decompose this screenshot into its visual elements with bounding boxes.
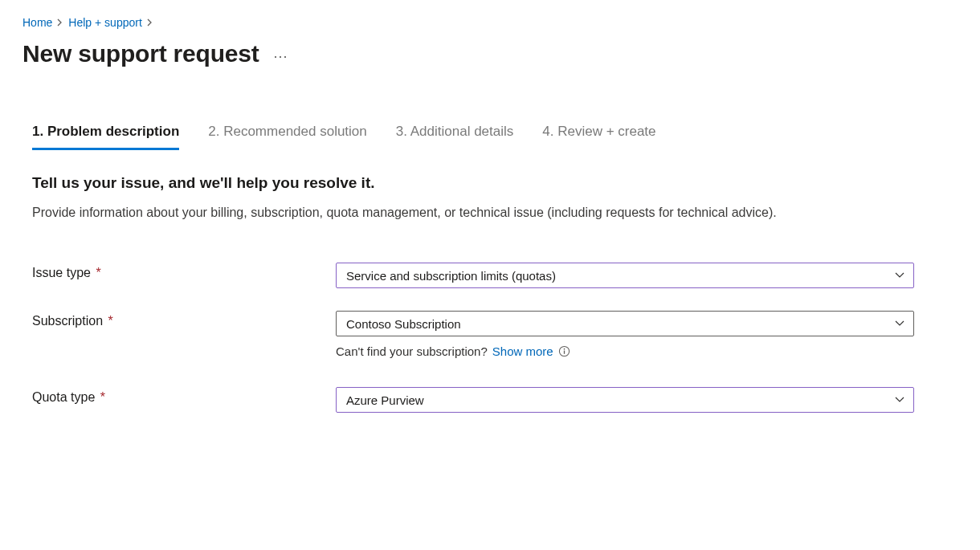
hint-text: Can't find your subscription? [336, 344, 488, 358]
required-asterisk: * [92, 266, 101, 279]
page-title: New support request [22, 40, 259, 67]
issue-type-select[interactable]: Service and subscription limits (quotas) [336, 263, 914, 288]
tab-problem-description[interactable]: 1. Problem description [32, 124, 179, 150]
chevron-down-icon [894, 271, 905, 279]
issue-type-value: Service and subscription limits (quotas) [346, 269, 556, 283]
chevron-right-icon [147, 18, 153, 26]
subscription-hint: Can't find your subscription? Show more [336, 344, 958, 358]
breadcrumb-home[interactable]: Home [22, 16, 52, 29]
required-asterisk: * [104, 314, 113, 328]
chevron-right-icon [57, 18, 63, 26]
info-icon[interactable] [558, 345, 570, 357]
issue-type-label: Issue type * [32, 263, 336, 280]
breadcrumb: Home Help + support [22, 16, 958, 29]
section-description: Provide information about your billing, … [32, 203, 916, 222]
more-icon[interactable]: ··· [274, 48, 288, 65]
tab-recommended-solution[interactable]: 2. Recommended solution [208, 124, 367, 150]
subscription-value: Contoso Subscription [346, 317, 461, 331]
breadcrumb-help-support[interactable]: Help + support [68, 16, 141, 29]
quota-type-label: Quota type * [32, 387, 336, 405]
quota-type-select[interactable]: Azure Purview [336, 387, 914, 413]
quota-type-value: Azure Purview [346, 393, 424, 407]
svg-rect-2 [564, 351, 565, 354]
subscription-label: Subscription * [32, 311, 336, 328]
section-heading: Tell us your issue, and we'll help you r… [32, 174, 958, 192]
tabs: 1. Problem description 2. Recommended so… [32, 124, 958, 150]
tab-review-create[interactable]: 4. Review + create [542, 124, 655, 150]
svg-point-1 [563, 348, 565, 350]
required-asterisk: * [96, 390, 105, 404]
tab-additional-details[interactable]: 3. Additional details [396, 124, 514, 150]
chevron-down-icon [894, 320, 905, 328]
chevron-down-icon [894, 396, 905, 404]
show-more-link[interactable]: Show more [492, 344, 553, 358]
subscription-select[interactable]: Contoso Subscription [336, 311, 914, 336]
